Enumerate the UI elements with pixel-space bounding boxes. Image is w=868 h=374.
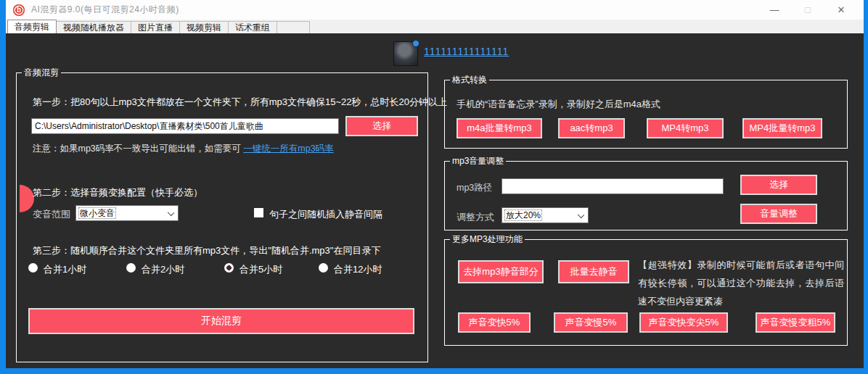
speed-up-5-button[interactable]: 声音变快5%: [458, 312, 531, 333]
group-audio-mix-title: 音频混剪: [22, 67, 61, 78]
desktop-background: { "window": { "title": "AI混剪器9.0(每日可混剪24…: [0, 0, 868, 374]
unify-bitrate-link[interactable]: 一键统一所有mp3码率: [243, 144, 333, 154]
adjust-mode-label: 调整方式: [456, 211, 494, 224]
mp3-path-input[interactable]: [501, 178, 724, 194]
voice-range-value: 微小变音: [79, 208, 115, 218]
radio-merge-2h[interactable]: [126, 263, 136, 273]
slow-down-5-button[interactable]: 声音变慢5%: [554, 312, 628, 333]
tab-empty: [277, 21, 310, 33]
tab-script-recombine[interactable]: 话术重组: [228, 21, 277, 33]
radio-merge-2h-label: 合并2小时: [142, 263, 184, 276]
radio-merge-1h[interactable]: [28, 263, 38, 273]
app-window: b AI混剪器9.0(每日可混剪24小时音频) — □ ✕ 音频剪辑 视频随机播…: [6, 0, 864, 368]
step3-text: 第三步：随机顺序合并这个文件夹里所有mp3文件，导出"随机合并.mp3"在同目录…: [33, 244, 380, 257]
start-mix-button[interactable]: 开始混剪: [28, 308, 414, 334]
adjust-mode-value: 放大20%: [505, 210, 541, 220]
title-bar: b AI混剪器9.0(每日可混剪24小时音频) — □ ✕: [6, 0, 864, 20]
tab-strip: 音频剪辑 视频随机播放器 图片直播 视频剪辑 话术重组: [6, 20, 864, 33]
minimize-button-icon[interactable]: —: [758, 0, 791, 20]
aac-to-mp3-button[interactable]: aac转mp3: [558, 118, 625, 138]
group-format-convert: 格式转换 手机的“语音备忘录”录制，录制好之后是m4a格式 m4a批量转mp3 …: [444, 80, 848, 149]
account-link[interactable]: 111111111111111: [424, 46, 509, 57]
batch-remove-silence-button[interactable]: 批量去静音: [558, 260, 629, 283]
chevron-down-icon: [168, 209, 174, 216]
adjust-mode-select[interactable]: 放大20%: [501, 207, 589, 223]
remove-mp3-silence-button[interactable]: 去掉mp3静音部分: [458, 260, 544, 283]
client-area: 111111111111111 音频混剪 第一步：把80句以上mp3文件都放在一…: [6, 33, 864, 368]
group-volume-adjust: mp3音量调整 mp3路径 选择 调整方式 放大20% 音量调整: [444, 161, 848, 230]
avatar[interactable]: [393, 41, 418, 66]
step1-text: 第一步：把80句以上mp3文件都放在一个文件夹下，所有mp3文件确保15~22秒…: [33, 96, 447, 109]
app-logo-icon: b: [13, 4, 25, 16]
mp3-folder-path-input[interactable]: C:\Users\Administrator\Desktop\直播素材类\500…: [31, 118, 339, 134]
tab-video-random-player[interactable]: 视频随机播放器: [56, 21, 131, 33]
bitrate-note-text: 注意：如果mp3码率不一致导出可能出错，如需要可: [33, 144, 243, 154]
radio-merge-1h-label: 合并1小时: [44, 263, 86, 276]
tab-audio-clip[interactable]: 音频剪辑: [7, 20, 57, 33]
group-more-mp3-title: 更多MP3处理功能: [450, 234, 525, 244]
mp4-batch-to-mp3-button[interactable]: MP4批量转mp3: [742, 118, 822, 138]
voice-range-select[interactable]: 微小变音: [75, 205, 179, 221]
chevron-down-icon: [578, 212, 584, 218]
volume-choose-button[interactable]: 选择: [740, 175, 817, 195]
tab-video-clip[interactable]: 视频剪辑: [179, 21, 229, 33]
radio-merge-5h[interactable]: [224, 263, 234, 273]
mp4-to-mp3-button[interactable]: MP4转mp3: [647, 118, 724, 138]
red-dot-decoration: [20, 185, 34, 212]
voice-range-label: 变音范围: [33, 208, 70, 221]
window-title: AI混剪器9.0(每日可混剪24小时音频): [31, 4, 179, 16]
mp3-path-label: mp3路径: [456, 182, 492, 194]
format-hint: 手机的“语音备忘录”录制，录制好之后是m4a格式: [456, 98, 660, 111]
radio-merge-5h-label: 合并5小时: [239, 263, 282, 276]
volume-adjust-button[interactable]: 音量调整: [740, 204, 817, 224]
radio-merge-12h[interactable]: [319, 263, 328, 273]
silence-gap-label: 句子之间随机插入静音间隔: [269, 208, 382, 221]
slower-deeper-5-button[interactable]: 声音变慢变粗5%: [756, 312, 835, 333]
window-controls: — □ ✕: [758, 0, 858, 20]
group-more-mp3: 更多MP3处理功能 去掉mp3静音部分 批量去静音 【超强特效】录制的时候可能前…: [444, 239, 848, 346]
group-format-convert-title: 格式转换: [450, 75, 489, 85]
close-button-icon[interactable]: ✕: [824, 0, 858, 20]
faster-sharper-5-button[interactable]: 声音变快变尖5%: [639, 312, 728, 333]
bitrate-note: 注意：如果mp3码率不一致导出可能出错，如需要可 一键统一所有mp3码率: [33, 143, 334, 155]
maximize-button-icon[interactable]: □: [791, 0, 824, 20]
group-audio-mix: 音频混剪 第一步：把80句以上mp3文件都放在一个文件夹下，所有mp3文件确保1…: [16, 72, 428, 362]
m4a-batch-to-mp3-button[interactable]: m4a批量转mp3: [456, 118, 542, 138]
step2-text: 第二步：选择音频变换配置（快手必选）: [33, 186, 202, 199]
radio-merge-12h-label: 合并12小时: [334, 263, 382, 276]
choose-folder-button[interactable]: 选择: [345, 116, 418, 136]
super-effect-description: 【超强特效】录制的时候可能前后或者语句中间有较长停顿，可以通过这个功能去掉，去掉…: [638, 256, 844, 310]
avatar-badge: [412, 40, 419, 47]
silence-gap-checkbox[interactable]: [254, 208, 263, 217]
group-volume-adjust-title: mp3音量调整: [450, 156, 506, 166]
tab-image-live[interactable]: 图片直播: [131, 21, 180, 33]
